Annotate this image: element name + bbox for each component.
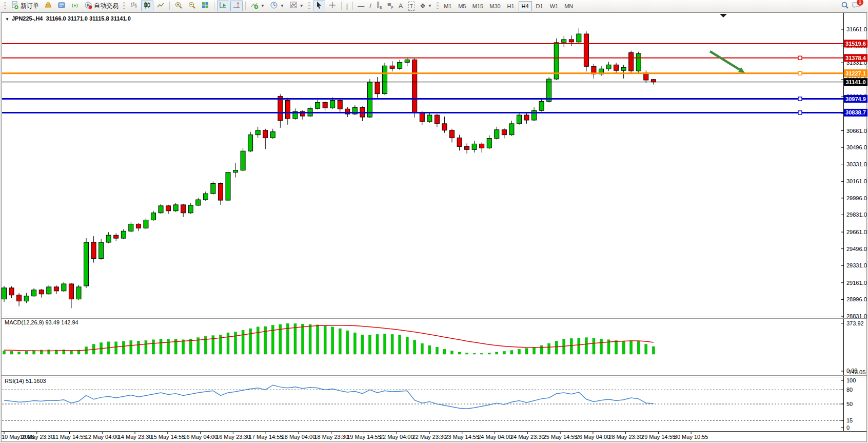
- line-handle[interactable]: [798, 71, 802, 75]
- candle: [76, 285, 81, 300]
- equidistant-channel-icon: ∥E: [377, 1, 382, 12]
- macd-histogram-bar: [302, 324, 304, 354]
- fibonacci-icon: ≡F: [387, 1, 393, 12]
- toolbar-grip[interactable]: [123, 2, 125, 10]
- bar-chart-button[interactable]: [128, 1, 140, 11]
- timeframe-m30-button[interactable]: M30: [487, 1, 503, 11]
- line-handle[interactable]: [798, 111, 802, 114]
- toolbar-grip[interactable]: [437, 2, 439, 10]
- timeframe-m5-button[interactable]: M5: [456, 1, 469, 11]
- macd-histogram-bar: [294, 323, 297, 354]
- candle: [241, 148, 245, 171]
- signals-button[interactable]: [69, 1, 81, 11]
- macd-histogram-bar: [10, 351, 13, 354]
- line-handle[interactable]: [798, 97, 802, 101]
- chart-shift-button[interactable]: [230, 1, 243, 11]
- price-tick-label: 30661.0: [846, 128, 867, 134]
- line-chart-icon: [156, 1, 165, 11]
- arrows-tool-button[interactable]: ❖▼: [418, 1, 434, 11]
- rsi-axis-label: 100: [846, 377, 856, 383]
- macd-histogram-bar: [152, 340, 155, 354]
- candle: [248, 132, 253, 152]
- macd-histogram-bar: [391, 334, 393, 354]
- periods-clock-icon: [270, 1, 278, 11]
- time-tick-label: 15 May 14:55: [151, 434, 185, 440]
- price-line-label: 31519.6: [845, 41, 866, 47]
- macd-histogram-bar: [3, 351, 6, 354]
- time-tick-label: 28 May 23:30: [608, 434, 643, 440]
- zoom-in-icon: [174, 1, 183, 11]
- macd-histogram-bar: [242, 330, 244, 354]
- macd-histogram-bar: [600, 339, 603, 354]
- data-window-icon: [57, 1, 66, 11]
- zoom-out-button[interactable]: [186, 1, 198, 11]
- crosshair-tool-button[interactable]: [326, 1, 339, 11]
- trendline-tool-button[interactable]: /: [367, 1, 373, 11]
- fibonacci-tool-button[interactable]: ≡F: [385, 1, 396, 11]
- macd-histogram-bar: [503, 351, 505, 354]
- price-tick-label: 30161.0: [846, 178, 867, 184]
- toolbar-grip[interactable]: [4, 2, 6, 10]
- zoom-in-button[interactable]: [172, 1, 185, 11]
- candle: [211, 181, 215, 195]
- candle: [636, 52, 641, 73]
- new-order-button[interactable]: 新订单: [9, 1, 41, 11]
- macd-histogram-bar: [496, 352, 498, 354]
- macd-histogram-bar: [458, 352, 461, 354]
- signals-icon: [71, 1, 79, 11]
- price-chart[interactable]: 31661.031496.031331.031166.030996.030831…: [0, 0, 868, 443]
- timeframe-mn-button[interactable]: MN: [562, 1, 576, 11]
- toolbar: 新订单 自动交易: [0, 0, 868, 12]
- macd-histogram-bar: [339, 329, 341, 354]
- macd-histogram-bar: [70, 351, 72, 354]
- macd-histogram-bar: [570, 338, 573, 354]
- search-button[interactable]: [839, 1, 851, 11]
- dropdown-caret-icon: ▼: [280, 4, 284, 8]
- timeframe-m1-button[interactable]: M1: [441, 1, 455, 11]
- notifications-button[interactable]: 1: [852, 1, 861, 11]
- auto-scroll-button[interactable]: [217, 1, 229, 11]
- macd-histogram-bar: [324, 325, 326, 354]
- macd-histogram-bar: [309, 324, 311, 354]
- templates-icon: [289, 1, 298, 11]
- text-label-tool-button[interactable]: T: [406, 1, 417, 11]
- timeframe-h1-button[interactable]: H1: [504, 1, 518, 11]
- macd-histogram-bar: [622, 341, 625, 354]
- price-tick-label: 29496.0: [846, 246, 867, 252]
- time-tick-label: 25 May 14:55: [543, 434, 578, 440]
- timeframe-d1-button[interactable]: D1: [533, 1, 546, 11]
- macd-histogram-bar: [48, 350, 50, 354]
- dropdown-caret-icon: ▼: [300, 4, 304, 8]
- macd-histogram-bar: [18, 352, 21, 354]
- time-tick-label: 10 May 23:30: [19, 434, 54, 440]
- text-tool-button[interactable]: A: [397, 1, 405, 11]
- macd-histogram-bar: [488, 353, 490, 354]
- market-watch-button[interactable]: [42, 1, 54, 11]
- timeframe-m15-button[interactable]: M15: [470, 1, 486, 11]
- price-line-label: 31227.1: [845, 70, 866, 76]
- horizontal-line-tool-button[interactable]: —: [356, 1, 366, 11]
- data-window-button[interactable]: [55, 1, 68, 11]
- candlestick-chart-button[interactable]: [141, 1, 153, 11]
- macd-histogram-bar: [264, 326, 267, 354]
- price-tick-label: 28831.0: [846, 313, 867, 319]
- price-tick-label: 30496.0: [846, 144, 867, 150]
- tile-windows-button[interactable]: [199, 1, 211, 11]
- timeframe-w1-button[interactable]: W1: [547, 1, 561, 11]
- periods-button[interactable]: ▼: [268, 1, 286, 11]
- cursor-tool-button[interactable]: [313, 1, 325, 11]
- mt4-terminal: { "toolbar": { "new_order_label": "新订单",…: [0, 0, 868, 443]
- line-chart-button[interactable]: [154, 1, 167, 11]
- macd-axis-label: -143.05: [846, 369, 865, 375]
- vertical-line-tool-button[interactable]: |: [344, 1, 350, 11]
- channel-tool-button[interactable]: ∥E: [374, 1, 384, 11]
- timeframe-h4-button[interactable]: H4: [519, 1, 532, 11]
- candle: [84, 238, 89, 288]
- time-tick-label: 16 May 04:00: [183, 434, 218, 440]
- auto-trading-button[interactable]: 自动交易: [82, 1, 121, 11]
- toolbar-grip[interactable]: [308, 2, 310, 10]
- line-handle[interactable]: [798, 56, 802, 60]
- indicators-button[interactable]: ▼: [248, 1, 267, 11]
- trendline-icon: /: [369, 2, 371, 10]
- templates-button[interactable]: ▼: [287, 1, 306, 11]
